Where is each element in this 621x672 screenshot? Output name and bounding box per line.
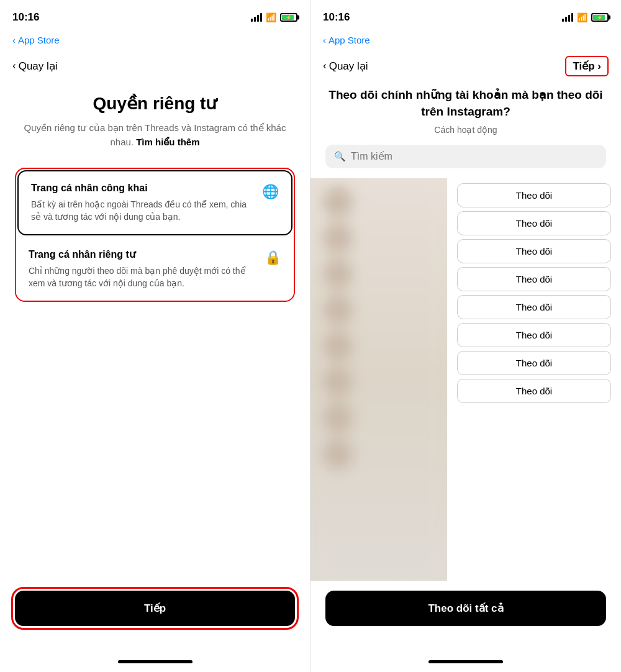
status-icons-right: 📶 ⚡ xyxy=(562,12,609,22)
option-public-desc: Bất kỳ ai trên hoặc ngoài Threads đều có… xyxy=(31,199,255,223)
subtitle-link-left[interactable]: Tìm hiểu thêm xyxy=(136,137,199,147)
page-subtitle-left: Quyền riêng tư của bạn trên Threads và I… xyxy=(15,121,295,149)
app-store-back-right[interactable]: ‹ App Store xyxy=(323,35,370,45)
right-page-title: Theo dõi chính những tài khoản mà bạn th… xyxy=(325,87,606,120)
follow-all-button[interactable]: Theo dõi tất cả xyxy=(325,591,606,626)
option-private[interactable]: Trang cá nhân riêng tư Chỉ những người t… xyxy=(16,237,294,301)
option-public[interactable]: Trang cá nhân công khai Bất kỳ ai trên h… xyxy=(17,170,292,235)
time-left: 10:16 xyxy=(12,11,39,24)
option-private-title: Trang cá nhân riêng tư xyxy=(29,248,257,260)
globe-icon: 🌐 xyxy=(262,184,279,200)
status-icons-left: 📶 ⚡ xyxy=(251,12,297,22)
search-input[interactable] xyxy=(351,151,597,162)
left-main-content: Quyền riêng tư Quyền riêng tư của bạn tr… xyxy=(0,81,310,581)
next-button-right[interactable]: Tiếp › xyxy=(565,56,609,76)
lock-icon: 🔒 xyxy=(265,250,281,266)
app-store-label-right: App Store xyxy=(329,35,370,45)
bottom-area-left: Tiếp xyxy=(0,581,310,651)
home-bar-left xyxy=(118,660,193,663)
option-public-text: Trang cá nhân công khai Bất kỳ ai trên h… xyxy=(31,183,255,223)
follow-button-4[interactable]: Theo dõi xyxy=(457,267,611,291)
back-label-right: Quay lại xyxy=(329,60,368,73)
app-store-chevron-left: ‹ xyxy=(12,35,16,45)
follow-button-3[interactable]: Theo dõi xyxy=(457,239,611,263)
time-right: 10:16 xyxy=(323,11,350,24)
back-chevron-right: ‹ xyxy=(323,60,327,72)
follow-list-container: Theo dõi Theo dõi Theo dõi Theo dõi Theo… xyxy=(310,178,621,581)
battery-icon-right: ⚡ xyxy=(591,13,609,22)
app-store-back-left[interactable]: ‹ App Store xyxy=(12,35,60,45)
blurred-avatars-col xyxy=(310,178,447,581)
back-chevron-left: ‹ xyxy=(12,60,16,72)
back-label-left: Quay lại xyxy=(19,60,58,73)
next-chevron-right: › xyxy=(597,60,601,72)
continue-button-left[interactable]: Tiếp xyxy=(15,591,295,626)
follow-button-2[interactable]: Theo dõi xyxy=(457,211,611,235)
signal-icon-right xyxy=(562,13,573,22)
blur-overlay xyxy=(310,178,447,581)
home-bar-right xyxy=(428,660,503,663)
home-indicator-left xyxy=(0,651,310,672)
right-page-subtitle[interactable]: Cách hoạt động xyxy=(325,125,606,135)
left-screen: 10:16 📶 ⚡ ‹ App Store ‹ Quay lại xyxy=(0,0,310,672)
app-store-chevron-right: ‹ xyxy=(323,35,326,45)
wifi-icon-right: 📶 xyxy=(577,12,587,22)
right-bottom-area: Theo dõi tất cả xyxy=(310,581,621,651)
home-indicator-right xyxy=(310,651,621,672)
nav-bar-left: ‹ Quay lại xyxy=(0,51,310,81)
right-header: Theo dõi chính những tài khoản mà bạn th… xyxy=(310,81,621,145)
wifi-icon-left: 📶 xyxy=(266,12,276,22)
follow-buttons-col: Theo dõi Theo dõi Theo dõi Theo dõi Theo… xyxy=(447,178,621,581)
status-bar-right: 10:16 📶 ⚡ xyxy=(310,0,621,31)
app-store-bar-right: ‹ App Store xyxy=(310,31,621,51)
follow-button-5[interactable]: Theo dõi xyxy=(457,295,611,319)
follow-button-6[interactable]: Theo dõi xyxy=(457,323,611,347)
page-title-left: Quyền riêng tư xyxy=(93,93,217,114)
app-store-label-left: App Store xyxy=(18,35,60,45)
option-public-title: Trang cá nhân công khai xyxy=(31,183,255,194)
follow-button-7[interactable]: Theo dõi xyxy=(457,351,611,375)
back-button-right[interactable]: ‹ Quay lại xyxy=(323,60,368,73)
nav-bar-right: ‹ Quay lại Tiếp › xyxy=(310,51,621,81)
option-private-desc: Chỉ những người theo dõi mà bạn phê duyệ… xyxy=(29,265,257,289)
options-box: Trang cá nhân công khai Bất kỳ ai trên h… xyxy=(15,168,295,302)
search-icon: 🔍 xyxy=(334,151,346,162)
app-store-bar-left: ‹ App Store xyxy=(0,31,310,51)
next-label-right: Tiếp xyxy=(573,60,594,72)
option-private-text: Trang cá nhân riêng tư Chỉ những người t… xyxy=(29,248,257,289)
follow-button-1[interactable]: Theo dõi xyxy=(457,183,611,207)
search-bar-right[interactable]: 🔍 xyxy=(325,145,606,168)
right-screen: 10:16 📶 ⚡ ‹ App Store ‹ Quay lại xyxy=(310,0,621,672)
battery-icon-left: ⚡ xyxy=(280,13,297,22)
follow-button-8[interactable]: Theo dõi xyxy=(457,379,611,403)
signal-icon-left xyxy=(251,13,262,22)
back-button-left[interactable]: ‹ Quay lại xyxy=(12,60,58,73)
status-bar-left: 10:16 📶 ⚡ xyxy=(0,0,310,31)
